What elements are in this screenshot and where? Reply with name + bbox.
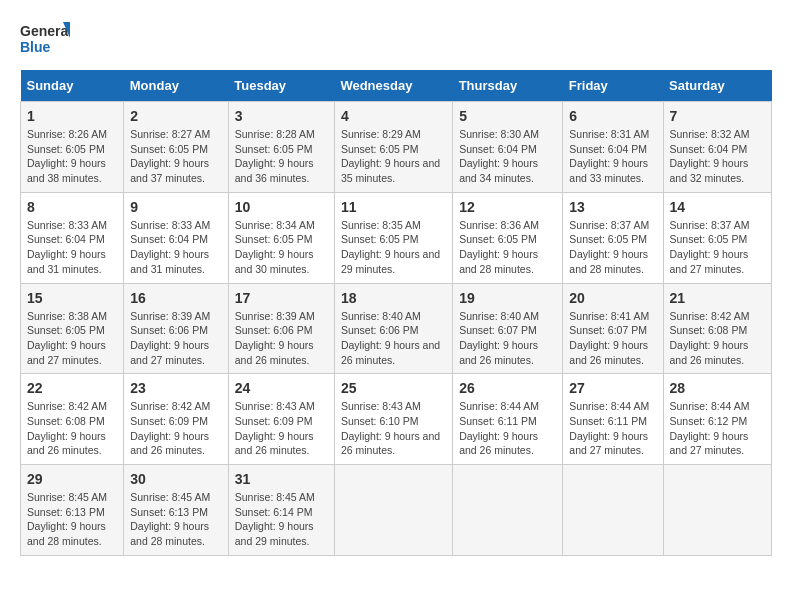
day-info: Sunrise: 8:43 AMSunset: 6:10 PMDaylight:… <box>341 400 440 456</box>
day-number: 10 <box>235 199 328 215</box>
calendar-day-cell: 25 Sunrise: 8:43 AMSunset: 6:10 PMDaylig… <box>334 374 452 465</box>
day-info: Sunrise: 8:40 AMSunset: 6:07 PMDaylight:… <box>459 310 539 366</box>
day-info: Sunrise: 8:43 AMSunset: 6:09 PMDaylight:… <box>235 400 315 456</box>
day-number: 22 <box>27 380 117 396</box>
calendar-day-cell: 15 Sunrise: 8:38 AMSunset: 6:05 PMDaylig… <box>21 283 124 374</box>
day-number: 30 <box>130 471 222 487</box>
day-info: Sunrise: 8:38 AMSunset: 6:05 PMDaylight:… <box>27 310 107 366</box>
day-number: 13 <box>569 199 656 215</box>
day-number: 17 <box>235 290 328 306</box>
day-info: Sunrise: 8:44 AMSunset: 6:11 PMDaylight:… <box>459 400 539 456</box>
calendar-day-cell: 2 Sunrise: 8:27 AMSunset: 6:05 PMDayligh… <box>124 102 229 193</box>
day-number: 12 <box>459 199 556 215</box>
calendar-day-cell: 5 Sunrise: 8:30 AMSunset: 6:04 PMDayligh… <box>453 102 563 193</box>
calendar-day-cell: 18 Sunrise: 8:40 AMSunset: 6:06 PMDaylig… <box>334 283 452 374</box>
day-info: Sunrise: 8:39 AMSunset: 6:06 PMDaylight:… <box>130 310 210 366</box>
svg-text:General: General <box>20 23 70 39</box>
calendar-day-cell: 10 Sunrise: 8:34 AMSunset: 6:05 PMDaylig… <box>228 192 334 283</box>
day-header-saturday: Saturday <box>663 70 772 102</box>
day-info: Sunrise: 8:44 AMSunset: 6:11 PMDaylight:… <box>569 400 649 456</box>
day-number: 5 <box>459 108 556 124</box>
day-info: Sunrise: 8:36 AMSunset: 6:05 PMDaylight:… <box>459 219 539 275</box>
day-info: Sunrise: 8:42 AMSunset: 6:09 PMDaylight:… <box>130 400 210 456</box>
day-number: 19 <box>459 290 556 306</box>
day-number: 27 <box>569 380 656 396</box>
calendar-day-cell: 28 Sunrise: 8:44 AMSunset: 6:12 PMDaylig… <box>663 374 772 465</box>
calendar-day-cell: 16 Sunrise: 8:39 AMSunset: 6:06 PMDaylig… <box>124 283 229 374</box>
page-header: General Blue <box>20 20 772 60</box>
day-info: Sunrise: 8:29 AMSunset: 6:05 PMDaylight:… <box>341 128 440 184</box>
calendar-week-row: 8 Sunrise: 8:33 AMSunset: 6:04 PMDayligh… <box>21 192 772 283</box>
day-header-friday: Friday <box>563 70 663 102</box>
day-number: 24 <box>235 380 328 396</box>
calendar-day-cell: 11 Sunrise: 8:35 AMSunset: 6:05 PMDaylig… <box>334 192 452 283</box>
calendar-day-cell: 17 Sunrise: 8:39 AMSunset: 6:06 PMDaylig… <box>228 283 334 374</box>
empty-cell <box>563 465 663 556</box>
day-info: Sunrise: 8:33 AMSunset: 6:04 PMDaylight:… <box>27 219 107 275</box>
day-header-sunday: Sunday <box>21 70 124 102</box>
calendar-day-cell: 30 Sunrise: 8:45 AMSunset: 6:13 PMDaylig… <box>124 465 229 556</box>
day-number: 1 <box>27 108 117 124</box>
day-number: 20 <box>569 290 656 306</box>
day-header-tuesday: Tuesday <box>228 70 334 102</box>
day-info: Sunrise: 8:34 AMSunset: 6:05 PMDaylight:… <box>235 219 315 275</box>
day-number: 3 <box>235 108 328 124</box>
day-number: 6 <box>569 108 656 124</box>
day-number: 15 <box>27 290 117 306</box>
day-number: 31 <box>235 471 328 487</box>
calendar-day-cell: 12 Sunrise: 8:36 AMSunset: 6:05 PMDaylig… <box>453 192 563 283</box>
calendar-day-cell: 23 Sunrise: 8:42 AMSunset: 6:09 PMDaylig… <box>124 374 229 465</box>
day-number: 16 <box>130 290 222 306</box>
day-info: Sunrise: 8:31 AMSunset: 6:04 PMDaylight:… <box>569 128 649 184</box>
calendar-day-cell: 7 Sunrise: 8:32 AMSunset: 6:04 PMDayligh… <box>663 102 772 193</box>
calendar-day-cell: 3 Sunrise: 8:28 AMSunset: 6:05 PMDayligh… <box>228 102 334 193</box>
calendar-day-cell: 4 Sunrise: 8:29 AMSunset: 6:05 PMDayligh… <box>334 102 452 193</box>
day-info: Sunrise: 8:42 AMSunset: 6:08 PMDaylight:… <box>670 310 750 366</box>
empty-cell <box>453 465 563 556</box>
day-info: Sunrise: 8:41 AMSunset: 6:07 PMDaylight:… <box>569 310 649 366</box>
day-info: Sunrise: 8:44 AMSunset: 6:12 PMDaylight:… <box>670 400 750 456</box>
empty-cell <box>334 465 452 556</box>
calendar-day-cell: 24 Sunrise: 8:43 AMSunset: 6:09 PMDaylig… <box>228 374 334 465</box>
day-info: Sunrise: 8:28 AMSunset: 6:05 PMDaylight:… <box>235 128 315 184</box>
day-number: 11 <box>341 199 446 215</box>
calendar-day-cell: 21 Sunrise: 8:42 AMSunset: 6:08 PMDaylig… <box>663 283 772 374</box>
calendar-day-cell: 29 Sunrise: 8:45 AMSunset: 6:13 PMDaylig… <box>21 465 124 556</box>
calendar-day-cell: 14 Sunrise: 8:37 AMSunset: 6:05 PMDaylig… <box>663 192 772 283</box>
day-info: Sunrise: 8:26 AMSunset: 6:05 PMDaylight:… <box>27 128 107 184</box>
calendar-week-row: 1 Sunrise: 8:26 AMSunset: 6:05 PMDayligh… <box>21 102 772 193</box>
day-number: 7 <box>670 108 766 124</box>
calendar-day-cell: 6 Sunrise: 8:31 AMSunset: 6:04 PMDayligh… <box>563 102 663 193</box>
logo: General Blue <box>20 20 70 60</box>
calendar-day-cell: 20 Sunrise: 8:41 AMSunset: 6:07 PMDaylig… <box>563 283 663 374</box>
calendar-day-cell: 1 Sunrise: 8:26 AMSunset: 6:05 PMDayligh… <box>21 102 124 193</box>
day-number: 21 <box>670 290 766 306</box>
day-info: Sunrise: 8:30 AMSunset: 6:04 PMDaylight:… <box>459 128 539 184</box>
day-info: Sunrise: 8:40 AMSunset: 6:06 PMDaylight:… <box>341 310 440 366</box>
day-header-monday: Monday <box>124 70 229 102</box>
day-info: Sunrise: 8:45 AMSunset: 6:13 PMDaylight:… <box>130 491 210 547</box>
day-number: 29 <box>27 471 117 487</box>
day-number: 4 <box>341 108 446 124</box>
calendar-day-cell: 26 Sunrise: 8:44 AMSunset: 6:11 PMDaylig… <box>453 374 563 465</box>
calendar-header-row: SundayMondayTuesdayWednesdayThursdayFrid… <box>21 70 772 102</box>
calendar-week-row: 22 Sunrise: 8:42 AMSunset: 6:08 PMDaylig… <box>21 374 772 465</box>
calendar-week-row: 29 Sunrise: 8:45 AMSunset: 6:13 PMDaylig… <box>21 465 772 556</box>
day-info: Sunrise: 8:45 AMSunset: 6:14 PMDaylight:… <box>235 491 315 547</box>
calendar-day-cell: 13 Sunrise: 8:37 AMSunset: 6:05 PMDaylig… <box>563 192 663 283</box>
day-number: 28 <box>670 380 766 396</box>
calendar-day-cell: 19 Sunrise: 8:40 AMSunset: 6:07 PMDaylig… <box>453 283 563 374</box>
calendar-day-cell: 22 Sunrise: 8:42 AMSunset: 6:08 PMDaylig… <box>21 374 124 465</box>
day-number: 8 <box>27 199 117 215</box>
day-info: Sunrise: 8:39 AMSunset: 6:06 PMDaylight:… <box>235 310 315 366</box>
day-info: Sunrise: 8:35 AMSunset: 6:05 PMDaylight:… <box>341 219 440 275</box>
day-info: Sunrise: 8:45 AMSunset: 6:13 PMDaylight:… <box>27 491 107 547</box>
day-header-wednesday: Wednesday <box>334 70 452 102</box>
day-info: Sunrise: 8:27 AMSunset: 6:05 PMDaylight:… <box>130 128 210 184</box>
calendar-day-cell: 8 Sunrise: 8:33 AMSunset: 6:04 PMDayligh… <box>21 192 124 283</box>
svg-text:Blue: Blue <box>20 39 51 55</box>
day-number: 9 <box>130 199 222 215</box>
day-number: 26 <box>459 380 556 396</box>
calendar-day-cell: 27 Sunrise: 8:44 AMSunset: 6:11 PMDaylig… <box>563 374 663 465</box>
day-number: 14 <box>670 199 766 215</box>
